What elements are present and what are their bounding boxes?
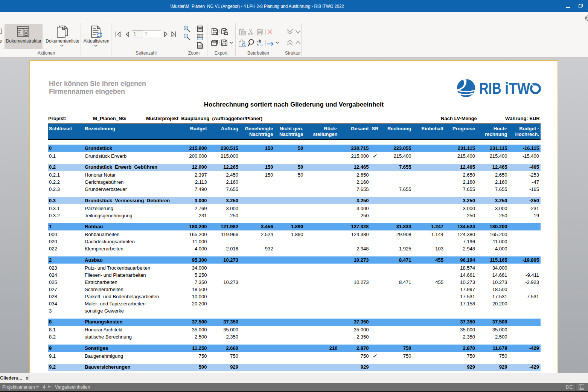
svg-text:c: c [260,42,263,47]
svg-text:iTW: iTW [505,79,530,97]
svg-text:RIB: RIB [479,79,501,97]
